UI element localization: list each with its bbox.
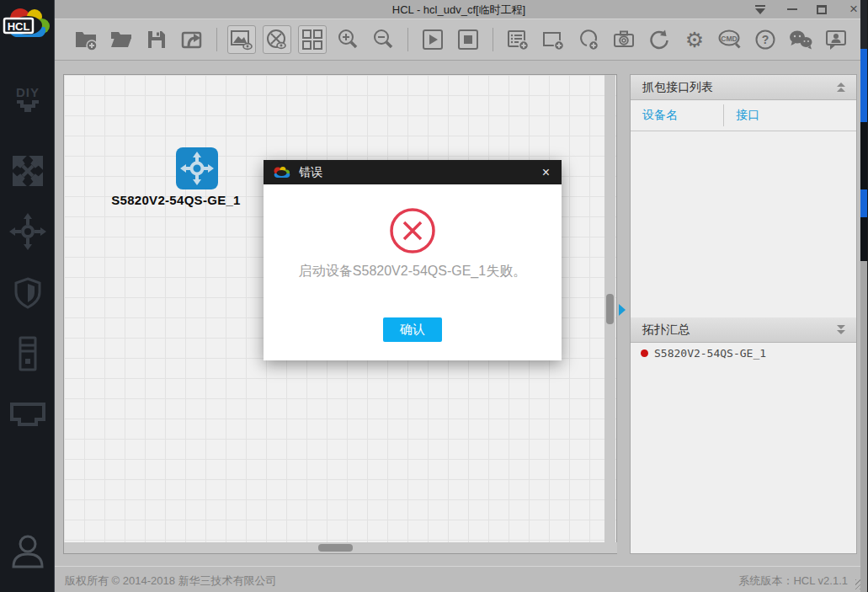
grid-layout-button[interactable] (298, 25, 327, 54)
reset-button[interactable] (645, 25, 674, 54)
toolbar-separator (493, 28, 493, 51)
svg-text:DIY: DIY (15, 85, 39, 99)
topology-summary-title: 拓扑汇总 (642, 323, 690, 338)
zoom-in-icon (336, 28, 359, 51)
capture-list-header[interactable]: 抓包接口列表 (631, 75, 856, 100)
device-sidebar: HCL DIY (0, 0, 55, 592)
sidebar-item-diy-devices[interactable]: DIY (0, 74, 55, 128)
horizontal-scrollbar-thumb[interactable] (318, 544, 353, 552)
start-all-button[interactable] (418, 25, 447, 54)
menu-dropdown-icon (755, 5, 765, 14)
vertical-scrollbar-thumb[interactable] (606, 294, 614, 324)
open-folder-icon (109, 28, 133, 51)
stop-all-button[interactable] (454, 25, 482, 54)
export-project-button[interactable] (178, 25, 206, 54)
new-project-button[interactable] (72, 25, 100, 54)
maximize-button[interactable] (809, 0, 834, 19)
sidebar-item-terminals[interactable] (0, 387, 55, 441)
sidebar-item-switches[interactable] (0, 205, 55, 259)
add-ellipse-button[interactable] (574, 25, 603, 54)
maximize-icon (817, 5, 827, 14)
titlebar-menu-button[interactable] (748, 0, 773, 19)
sidebar-item-servers[interactable] (0, 327, 55, 381)
grid-icon (301, 28, 324, 51)
start-icon (421, 28, 445, 51)
zoom-out-icon (371, 28, 395, 51)
firewall-shield-icon (10, 275, 45, 311)
add-rectangle-button[interactable] (539, 25, 567, 54)
confirm-button[interactable]: 确认 (383, 317, 442, 342)
show-background-button[interactable] (227, 25, 256, 54)
topology-summary-header[interactable]: 拓扑汇总 (631, 317, 856, 343)
device-label[interactable]: S5820V2-54QS-GE_1 (74, 193, 278, 207)
open-project-button[interactable] (107, 25, 136, 54)
capture-list-title: 抓包接口列表 (642, 80, 713, 95)
contact-bubble-icon (824, 28, 848, 51)
sidebar-item-routers[interactable] (0, 144, 55, 198)
canvas-vertical-scrollbar[interactable] (604, 75, 615, 543)
statusbar: 版权所有 © 2014-2018 新华三技术有限公司 系统版本：HCL v2.1… (55, 566, 868, 592)
export-icon (180, 28, 204, 51)
svg-text:?: ? (762, 33, 769, 46)
dialog-title: 错误 (299, 165, 322, 180)
error-message: 启动设备S5820V2-54QS-GE_1失败。 (264, 263, 562, 280)
terminal-port-icon (8, 397, 48, 431)
wechat-button[interactable] (786, 25, 815, 54)
minimize-icon (787, 8, 797, 10)
close-icon: × (849, 1, 858, 18)
switch-icon (8, 212, 47, 251)
dialog-titlebar[interactable]: 错误 × (264, 160, 562, 184)
hcl-cloud-icon (272, 166, 292, 179)
hcl-logo: HCL (3, 5, 53, 52)
device-node-switch[interactable] (176, 147, 218, 189)
switch-device-icon (176, 147, 218, 189)
help-button[interactable]: ? (751, 25, 780, 54)
screenshot-button[interactable] (610, 25, 638, 54)
collapse-down-icon[interactable] (836, 324, 846, 335)
undo-arrow-icon (647, 28, 671, 51)
save-icon (145, 28, 168, 51)
zoom-out-button[interactable] (369, 25, 397, 54)
hcl-cloud-logo-icon: HCL (3, 5, 53, 52)
device-status-dot (641, 349, 648, 357)
capture-list-body[interactable] (631, 131, 856, 317)
rectangle-plus-icon (541, 28, 565, 51)
diy-icon: DIY (8, 82, 47, 120)
save-project-button[interactable] (142, 25, 171, 54)
toolbar-separator (407, 28, 408, 51)
router-icon (9, 152, 46, 189)
collapse-up-icon[interactable] (836, 82, 846, 93)
feedback-button[interactable] (822, 25, 850, 54)
server-icon (11, 335, 45, 372)
camera-icon (612, 28, 636, 51)
zoom-in-button[interactable] (333, 25, 362, 54)
topology-device-name: S5820V2-54QS-GE_1 (654, 347, 766, 360)
minimize-button[interactable] (780, 0, 805, 19)
right-panel: 抓包接口列表 设备名 接口 拓扑汇总 S5820V2-54QS-GE_1 (630, 74, 857, 554)
dialog-close-icon[interactable]: × (539, 165, 553, 180)
sidebar-item-firewalls[interactable] (0, 266, 55, 320)
sidebar-item-user[interactable] (0, 526, 55, 577)
cmd-search-button[interactable]: CMD (716, 25, 744, 54)
screen-edge-strip (860, 0, 868, 592)
svg-text:CMD: CMD (721, 35, 737, 43)
main-toolbar: ⚙ CMD ? (55, 19, 860, 61)
stop-icon (456, 28, 480, 51)
ellipse-plus-icon (577, 28, 600, 51)
cmd-icon: CMD (717, 28, 743, 51)
gear-icon: ⚙ (685, 29, 704, 51)
copyright-text: 版权所有 © 2014-2018 新华三技术有限公司 (65, 573, 277, 589)
add-note-button[interactable] (503, 25, 532, 54)
column-device-name[interactable]: 设备名 (631, 108, 723, 123)
window-title: HCL - hcl_udv_cf[临时工程] (337, 3, 581, 18)
error-icon (388, 206, 437, 259)
settings-button[interactable]: ⚙ (680, 25, 709, 54)
new-project-icon (74, 28, 98, 51)
column-interface[interactable]: 接口 (723, 104, 856, 126)
show-interfaces-button[interactable] (263, 25, 291, 54)
canvas-horizontal-scrollbar[interactable] (64, 542, 617, 553)
topology-device-item[interactable]: S5820V2-54QS-GE_1 (631, 343, 856, 363)
svg-text:HCL: HCL (8, 20, 30, 33)
panel-collapse-handle[interactable] (619, 304, 626, 316)
titlebar[interactable]: HCL - hcl_udv_cf[临时工程] × (55, 0, 868, 19)
